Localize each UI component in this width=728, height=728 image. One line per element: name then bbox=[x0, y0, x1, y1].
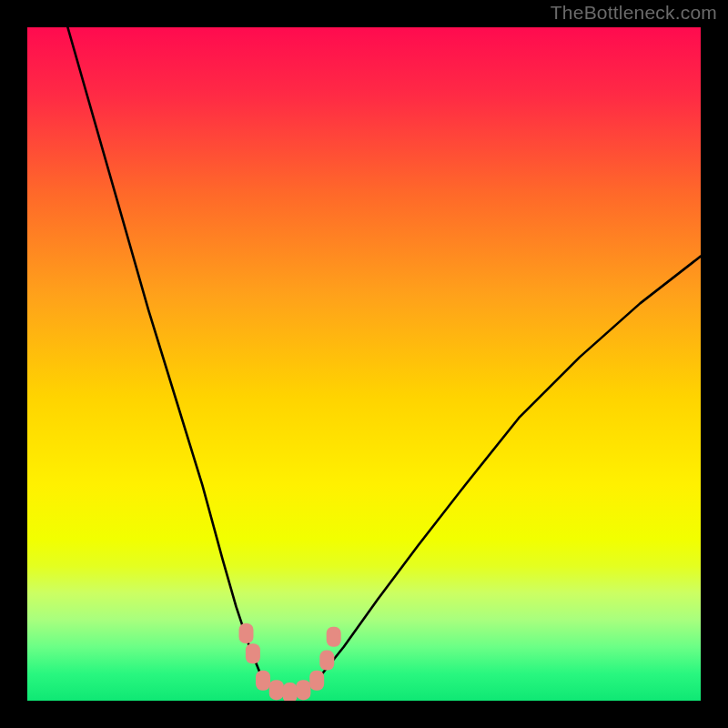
plot-area bbox=[27, 27, 701, 701]
trough-marker bbox=[283, 682, 298, 701]
chart-frame: TheBottleneck.com bbox=[0, 0, 728, 728]
bottleneck-path bbox=[67, 27, 701, 694]
watermark-text: TheBottleneck.com bbox=[551, 2, 717, 24]
trough-marker bbox=[269, 680, 284, 700]
trough-marker bbox=[296, 680, 310, 700]
trough-marker bbox=[246, 643, 260, 663]
trough-marker bbox=[327, 627, 341, 647]
bottleneck-curve bbox=[67, 27, 701, 694]
trough-markers bbox=[239, 623, 341, 701]
curve-layer bbox=[27, 27, 701, 701]
trough-marker bbox=[256, 671, 270, 691]
trough-marker bbox=[309, 671, 324, 691]
trough-marker bbox=[239, 623, 254, 643]
trough-marker bbox=[319, 651, 334, 671]
